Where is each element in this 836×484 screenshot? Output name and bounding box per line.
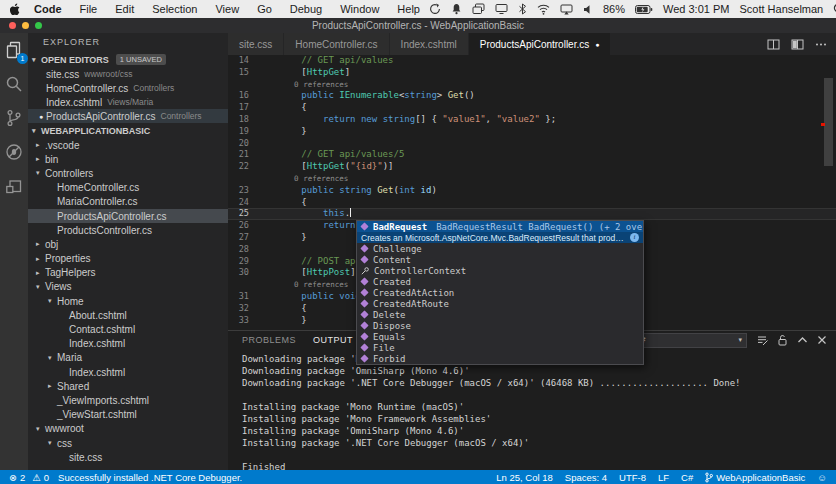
split-editor-icon[interactable] [767, 39, 780, 50]
code-line[interactable]: 20 [228, 138, 836, 150]
editor-tab[interactable]: site.css [228, 33, 284, 55]
editor-tab[interactable]: Index.cshtml [390, 33, 469, 55]
bell-icon[interactable] [451, 3, 462, 15]
close-panel-icon[interactable] [817, 335, 827, 345]
source-control-icon[interactable] [4, 108, 24, 128]
tree-item[interactable]: Index.cshtml [28, 337, 228, 351]
menu-item[interactable]: View [206, 3, 248, 15]
open-editor-item[interactable]: site.csswwwroot/css [28, 67, 228, 81]
menu-clock[interactable]: Wed 3:01 PM [663, 3, 729, 15]
editor-scrollbar[interactable] [824, 78, 833, 166]
info-icon[interactable]: i [630, 233, 639, 242]
tree-item[interactable]: ▸.vscode [28, 138, 228, 152]
open-editors-header[interactable]: ▾ OPEN EDITORS 1 UNSAVED [28, 52, 228, 67]
code-line[interactable]: 23public string Get(int id) [228, 185, 836, 197]
tree-item[interactable]: site.css [28, 450, 228, 464]
tree-item[interactable]: ▾Views [28, 280, 228, 294]
tree-item[interactable]: HomeController.cs [28, 181, 228, 195]
indentation-status[interactable]: Spaces: 4 [565, 472, 607, 483]
clear-output-icon[interactable] [756, 334, 768, 346]
editor-layout-icon[interactable] [791, 39, 804, 50]
files-icon[interactable]: 1 [4, 40, 24, 60]
tab-output[interactable]: OUTPUT [313, 335, 353, 345]
tree-item[interactable]: ▾wwwroot [28, 422, 228, 436]
suggest-item[interactable]: Challenge [357, 243, 643, 254]
tree-item[interactable]: ▾css [28, 436, 228, 450]
tree-item[interactable]: _ViewImports.cshtml [28, 393, 228, 407]
code-line[interactable]: 21// GET api/values/5 [228, 149, 836, 161]
apple-icon[interactable] [10, 3, 21, 16]
tab-problems[interactable]: PROBLEMS [242, 335, 296, 345]
unlock-icon[interactable] [777, 334, 788, 346]
display-icon[interactable] [495, 3, 508, 15]
tree-item[interactable]: ▸Properties [28, 252, 228, 266]
tree-item[interactable]: _ViewStart.cshtml [28, 408, 228, 422]
collapse-panel-icon[interactable] [797, 335, 808, 345]
menu-item[interactable]: File [71, 3, 107, 15]
codelens-row[interactable]: 0 references [228, 79, 836, 91]
suggest-item[interactable]: Created [357, 276, 643, 287]
menu-item[interactable]: Go [248, 3, 281, 15]
menu-item[interactable]: Help [388, 3, 429, 15]
tree-item[interactable]: MariaController.cs [28, 195, 228, 209]
code-line[interactable]: 16public IEnumerable<string> Get() [228, 90, 836, 102]
volume-icon[interactable] [583, 4, 593, 15]
code-line[interactable]: 24{ [228, 197, 836, 209]
open-editor-item[interactable]: HomeController.csControllers [28, 81, 228, 95]
extensions-icon[interactable] [4, 176, 24, 196]
language-status[interactable]: C# [681, 472, 693, 483]
search-icon[interactable] [4, 74, 24, 94]
error-warning-status[interactable]: ⊗ 2 ⚠ 0 [9, 472, 49, 483]
suggest-item[interactable]: ControllerContext [357, 265, 643, 276]
menu-item[interactable]: Selection [143, 3, 206, 15]
editor-tab[interactable]: HomeController.cs [284, 33, 389, 55]
tree-item[interactable]: ▾Maria [28, 351, 228, 365]
eol-status[interactable]: LF [658, 472, 669, 483]
suggest-item[interactable]: Delete [357, 309, 643, 320]
tree-item[interactable]: ▸obj [28, 237, 228, 251]
code-line[interactable]: 15[HttpGet] [228, 67, 836, 79]
cursor-position-status[interactable]: Ln 25, Col 18 [496, 472, 553, 483]
suggest-item[interactable]: Equals [357, 331, 643, 342]
suggest-item[interactable]: Dispose [357, 320, 643, 331]
code-line[interactable]: 22[HttpGet("{id}")] [228, 161, 836, 173]
suggest-item-selected[interactable]: BadRequest BadRequestResult BadRequest()… [357, 221, 643, 232]
tree-item[interactable]: ProductsApiController.cs [28, 209, 228, 223]
tree-item[interactable]: ▸Shared [28, 379, 228, 393]
open-editor-item[interactable]: Index.cshtmlViews/Maria [28, 95, 228, 109]
code-line[interactable]: 25this. [228, 208, 836, 220]
suggest-item[interactable]: CreatedAtAction [357, 287, 643, 298]
encoding-status[interactable]: UTF-8 [619, 472, 646, 483]
tree-item[interactable]: ▸bin [28, 152, 228, 166]
code-line[interactable]: 14// GET api/values [228, 55, 836, 67]
open-editor-item[interactable]: ●ProductsApiController.csControllers [28, 109, 228, 123]
code-line[interactable]: 18return new string[] { "value1", "value… [228, 114, 836, 126]
suggest-item[interactable]: File [357, 342, 643, 353]
menu-user[interactable]: Scott Hanselman [739, 3, 823, 15]
suggest-item[interactable]: CreatedAtRoute [357, 298, 643, 309]
windows-icon[interactable] [472, 3, 485, 15]
tree-item[interactable]: ▾Controllers [28, 166, 228, 180]
bluetooth-icon[interactable] [518, 3, 527, 15]
tree-item[interactable]: About.cshtml [28, 308, 228, 322]
airplay-icon[interactable] [560, 4, 573, 15]
more-actions-icon[interactable] [815, 39, 827, 50]
tree-item[interactable]: Index.cshtml [28, 365, 228, 379]
menu-item[interactable]: Debug [281, 3, 331, 15]
codelens-row[interactable]: 0 references [228, 173, 836, 185]
output-channel-select[interactable]: C# ▾ [629, 333, 747, 348]
git-branch-status[interactable]: WebApplicationBasic [705, 472, 805, 483]
menu-item[interactable]: Edit [106, 3, 143, 15]
app-menu[interactable]: Code [25, 3, 71, 15]
tree-item[interactable]: ProductsController.cs [28, 223, 228, 237]
editor-tab[interactable]: ProductsApiController.cs● [469, 33, 612, 55]
menu-item[interactable]: Window [331, 3, 388, 15]
feedback-smiley-icon[interactable]: ☺ [817, 472, 827, 483]
tree-item[interactable]: Contact.cshtml [28, 322, 228, 336]
tree-item[interactable]: ▸TagHelpers [28, 266, 228, 280]
sync-icon[interactable] [429, 3, 441, 15]
debug-icon[interactable] [4, 142, 24, 162]
project-header[interactable]: ▾ WEBAPPLICATIONBASIC [28, 123, 228, 138]
code-line[interactable]: 19} [228, 126, 836, 138]
tree-item[interactable]: ▾Home [28, 294, 228, 308]
